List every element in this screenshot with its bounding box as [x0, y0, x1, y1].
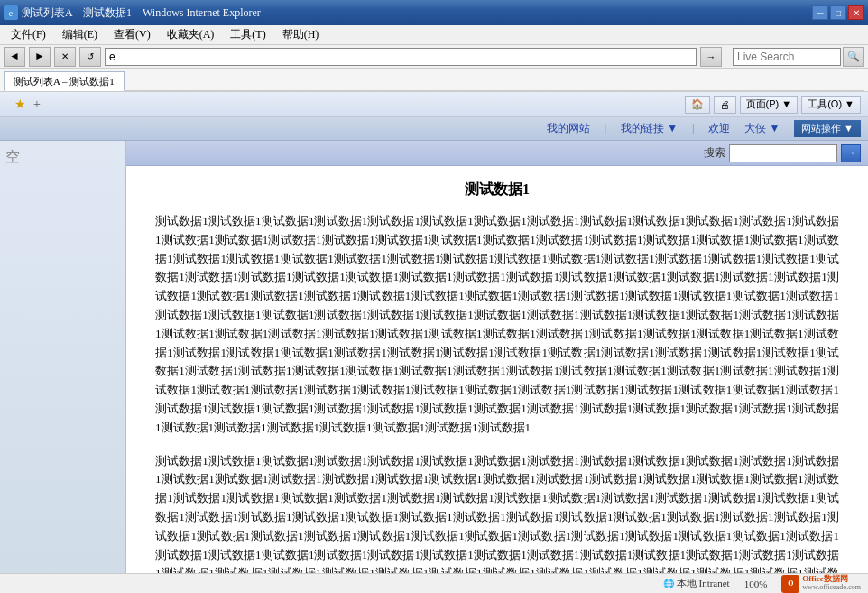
page-search-input[interactable]: [729, 144, 837, 162]
my-site-link[interactable]: 我的网站: [547, 121, 590, 136]
menu-edit[interactable]: 编辑(E): [55, 25, 105, 44]
tools-button[interactable]: 工具(O) ▼: [801, 96, 861, 114]
favorites-star[interactable]: ★: [14, 97, 26, 112]
sharepoint-top-nav: 我的网站 | 我的链接 ▼ | 欢迎 大侠 ▼ 网站操作 ▼: [0, 117, 868, 141]
my-links-link[interactable]: 我的链接 ▼: [621, 121, 678, 136]
close-btn[interactable]: ✕: [848, 5, 864, 20]
live-search-button[interactable]: 🔍: [843, 47, 864, 67]
refresh-button[interactable]: ↺: [79, 47, 101, 67]
left-panel-text: 空: [5, 149, 20, 164]
article-para-2: 测试数据1测试数据1测试数据1测试数据1测试数据1测试数据1测试数据1测试数据1…: [155, 452, 839, 573]
user-name-link[interactable]: 大侠 ▼: [744, 121, 780, 136]
article-title: 测试数据1: [155, 181, 839, 199]
search-label: 搜索: [704, 145, 725, 161]
page-layout: 空 搜索 → 测试数据1 测试数据1测试数据1测试数据1测试数据1测试数据1测试…: [0, 141, 868, 573]
nav-sep-1: |: [605, 122, 606, 135]
add-tab-btn[interactable]: +: [33, 97, 41, 112]
home-button[interactable]: 🏠: [685, 96, 710, 114]
menu-help[interactable]: 帮助(H): [275, 25, 327, 44]
status-right: 🌐 本地 Intranet 100% O Office数据网 www.offic…: [663, 575, 861, 593]
article-body: 测试数据1测试数据1测试数据1测试数据1测试数据1测试数据1测试数据1测试数据1…: [155, 212, 839, 573]
minimize-btn[interactable]: ─: [812, 5, 828, 20]
office-logo-url: www.officeado.com: [802, 584, 861, 592]
menu-favorites[interactable]: 收藏夹(A): [160, 25, 222, 44]
office-logo-area: O Office数据网 www.officeado.com: [781, 575, 861, 593]
ie-toolbar: ★ + 🏠 🖨 页面(P) ▼ 工具(O) ▼: [0, 92, 868, 117]
menu-tools[interactable]: 工具(T): [223, 25, 272, 44]
right-column: 搜索 → 测试数据1 测试数据1测试数据1测试数据1测试数据1测试数据1测试数据…: [126, 141, 868, 573]
address-bar: ◄ ► ✕ ↺ → 🔍: [0, 45, 868, 69]
live-search-input[interactable]: [733, 48, 841, 66]
tab-test-data[interactable]: 测试列表A – 测试数据1: [4, 71, 125, 91]
left-panel: 空: [0, 141, 126, 573]
tabs-bar: 测试列表A – 测试数据1: [0, 69, 868, 92]
status-zone: 🌐 本地 Intranet: [663, 577, 730, 590]
forward-button[interactable]: ►: [29, 47, 51, 67]
article-para-1: 测试数据1测试数据1测试数据1测试数据1测试数据1测试数据1测试数据1测试数据1…: [155, 212, 839, 438]
page-search-bar: 搜索 →: [126, 141, 868, 166]
window-title: 测试列表A – 测试数据1 – Windows Internet Explore…: [22, 5, 261, 21]
title-bar: e 测试列表A – 测试数据1 – Windows Internet Explo…: [0, 0, 868, 25]
site-actions-btn[interactable]: 网站操作 ▼: [794, 120, 861, 137]
page-search-button[interactable]: →: [841, 144, 861, 162]
page-button[interactable]: 页面(P) ▼: [740, 96, 799, 114]
tab-label: 测试列表A – 测试数据1: [14, 75, 115, 88]
main-content: 测试数据1 测试数据1测试数据1测试数据1测试数据1测试数据1测试数据1测试数据…: [126, 166, 868, 573]
nav-sep-2: |: [692, 122, 694, 135]
office-logo-icon: O: [781, 575, 799, 593]
address-input[interactable]: [105, 48, 697, 66]
welcome-link[interactable]: 欢迎: [708, 121, 730, 136]
stop-button[interactable]: ✕: [54, 47, 76, 67]
office-logo-text-area: Office数据网 www.officeado.com: [802, 575, 861, 592]
browser-icon: e: [4, 5, 18, 20]
menu-view[interactable]: 查看(V): [106, 25, 158, 44]
menu-bar: 文件(F) 编辑(E) 查看(V) 收藏夹(A) 工具(T) 帮助(H): [0, 25, 868, 45]
menu-file[interactable]: 文件(F): [4, 25, 53, 44]
window-controls: ─ □ ✕: [812, 5, 864, 20]
status-bar: 🌐 本地 Intranet 100% O Office数据网 www.offic…: [0, 573, 868, 593]
print-button[interactable]: 🖨: [714, 96, 736, 114]
back-button[interactable]: ◄: [4, 47, 25, 67]
status-zoom: 100%: [744, 579, 768, 589]
go-button[interactable]: →: [700, 47, 722, 67]
maximize-btn[interactable]: □: [830, 5, 846, 20]
